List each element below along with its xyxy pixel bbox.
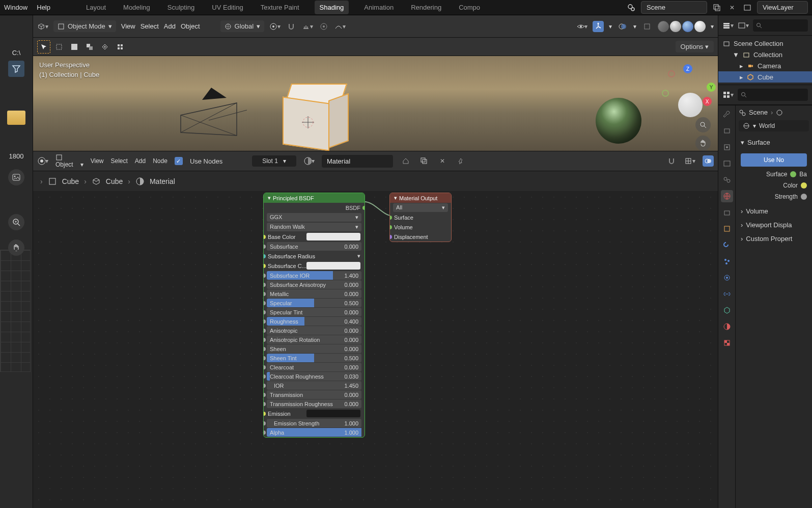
input-sheen-tint[interactable]: Sheen Tint0.500 [267, 354, 361, 362]
tree-collection[interactable]: ▼ Collection [718, 49, 812, 60]
prop-color-row[interactable]: Color [741, 180, 807, 191]
view-layer-input[interactable] [757, 1, 808, 14]
node-principled-bsdf[interactable]: ▾ Principled BSDF BSDF GGX▾ Random Walk▾… [263, 193, 365, 438]
vp-menu-add[interactable]: Add [164, 22, 176, 30]
material-browse-icon[interactable]: ▾ [303, 155, 315, 167]
falloff-icon[interactable]: ▾ [334, 21, 346, 32]
node-header[interactable]: ▾ Material Output [390, 193, 451, 203]
tab-modeling[interactable]: Modeling [121, 1, 152, 14]
scene-browse-icon[interactable] [626, 2, 637, 13]
input-specular-tint[interactable]: Specular Tint0.000 [267, 308, 361, 316]
input-sss-ior[interactable]: Subsurface IOR1.400 [267, 271, 361, 280]
ptab-collection[interactable] [721, 206, 733, 219]
input-aniso-rotation[interactable]: Anisotropic Rotation0.000 [267, 335, 361, 344]
input-sss-color[interactable]: Subsurface C... [264, 261, 365, 271]
node-menu-add[interactable]: Add [135, 157, 146, 165]
input-sheen[interactable]: Sheen0.000 [267, 344, 361, 353]
shading-mode-buttons[interactable] [658, 21, 706, 32]
nav-pan-icon[interactable] [695, 136, 711, 151]
tab-texture-paint[interactable]: Texture Paint [259, 1, 301, 14]
node-snap-type-icon[interactable]: ▾ [684, 155, 695, 167]
select-tool-circle[interactable] [68, 40, 81, 54]
select-tool-tweak[interactable] [37, 40, 50, 54]
tab-animation[interactable]: Animation [362, 1, 396, 14]
ptab-texture[interactable] [721, 337, 733, 349]
props-display-icon[interactable]: ▾ [722, 89, 734, 100]
tree-camera[interactable]: ▸ Camera [718, 60, 812, 71]
ptab-world[interactable] [721, 190, 733, 202]
folder-icon[interactable] [7, 111, 25, 125]
tree-scene-collection[interactable]: Scene Collection [718, 38, 812, 49]
overlays-icon[interactable] [617, 21, 628, 32]
input-metallic[interactable]: Metallic0.000 [267, 289, 361, 298]
tree-cube[interactable]: ▸ Cube [718, 71, 812, 83]
input-ior[interactable]: IOR1.450 [267, 381, 361, 390]
panel-surface[interactable]: ▾ Surface [739, 136, 809, 149]
ptab-physics[interactable] [721, 272, 733, 284]
use-nodes-button[interactable]: Use No [741, 153, 807, 167]
camera-object[interactable] [176, 85, 277, 146]
zoom-in-icon[interactable] [8, 214, 24, 230]
vp-menu-select[interactable]: Select [141, 22, 159, 30]
ptab-constraints[interactable] [721, 288, 733, 300]
ptab-material[interactable] [721, 320, 733, 333]
ptab-object[interactable] [721, 223, 733, 235]
nav-zoom-icon[interactable] [695, 117, 711, 132]
viewport-options-button[interactable]: Options ▾ [676, 41, 714, 52]
select-tool-5[interactable] [114, 40, 127, 54]
delete-scene-icon[interactable]: ✕ [726, 2, 738, 13]
outliner-mode-icon[interactable]: ▾ [738, 20, 749, 31]
scene-name-input[interactable] [641, 1, 707, 14]
input-cc-roughness[interactable]: Clearcoat Roughness0.030 [267, 372, 361, 381]
input-emission-strength[interactable]: Emission Strength1.000 [267, 419, 361, 427]
tab-uv-editing[interactable]: UV Editing [210, 1, 245, 14]
use-nodes-checkbox[interactable]: ✓ [175, 157, 183, 165]
breadcrumb-mesh[interactable]: Cube [106, 177, 123, 185]
node-mode-dropdown[interactable]: Object▾ [55, 154, 83, 168]
pin-icon[interactable] [455, 155, 466, 167]
mode-dropdown[interactable]: Object Mode ▾ [53, 20, 116, 32]
node-menu-node[interactable]: Node [153, 157, 167, 165]
3d-viewport[interactable]: User Perspective (1) Collection | Cube [33, 56, 718, 151]
ptab-scene[interactable] [721, 174, 733, 186]
snap-icon[interactable] [286, 21, 297, 32]
ptab-tool[interactable] [721, 109, 733, 121]
unlink-material-icon[interactable]: ✕ [437, 155, 448, 167]
input-sss-radius[interactable]: Subsurface Radius▾ [264, 251, 365, 261]
ptab-render[interactable] [721, 125, 733, 137]
props-search[interactable] [738, 89, 808, 101]
select-tool-lasso[interactable] [83, 40, 96, 54]
input-subsurface[interactable]: Subsurface0.000 [267, 242, 361, 251]
input-trans-roughness[interactable]: Transmission Roughness0.000 [267, 399, 361, 408]
ptab-data[interactable] [721, 304, 733, 316]
vp-menu-view[interactable]: View [121, 22, 135, 30]
proportional-icon[interactable] [318, 21, 329, 32]
vp-menu-object[interactable]: Object [181, 22, 200, 30]
visibility-icon[interactable]: ▾ [576, 21, 587, 32]
node-header[interactable]: ▾ Principled BSDF [264, 193, 365, 203]
tab-shading[interactable]: Shading [315, 1, 349, 14]
ptab-output[interactable] [721, 141, 733, 153]
menu-help[interactable]: Help [37, 4, 50, 11]
material-name-input[interactable] [322, 155, 393, 168]
breadcrumb-material[interactable]: Material [150, 177, 175, 185]
node-material-output[interactable]: ▾ Material Output All▾ Surface Volume Di… [389, 193, 452, 242]
ptab-viewlayer[interactable] [721, 157, 733, 170]
crumb-scene[interactable]: Scene [749, 109, 768, 116]
fake-user-icon[interactable] [400, 155, 411, 167]
prop-strength-row[interactable]: Strength [741, 191, 807, 202]
prop-surface-row[interactable]: Surface Ba [741, 169, 807, 180]
editor-type-icon[interactable]: ▾ [37, 21, 48, 32]
new-scene-icon[interactable] [711, 2, 722, 13]
input-emission[interactable]: Emission [264, 409, 365, 418]
node-snap-icon[interactable] [666, 155, 677, 167]
input-roughness[interactable]: Roughness0.400 [267, 317, 361, 326]
distribution-dropdown[interactable]: GGX▾ [267, 213, 361, 222]
tab-rendering[interactable]: Rendering [409, 1, 443, 14]
panel-volume[interactable]: › Volume [739, 204, 809, 218]
input-clearcoat[interactable]: Clearcoat0.000 [267, 363, 361, 371]
new-material-icon[interactable] [418, 155, 430, 167]
node-editor-type-icon[interactable]: ▾ [37, 155, 48, 167]
ptab-particles[interactable] [721, 255, 733, 268]
orientation-dropdown[interactable]: Global▾ [220, 20, 265, 32]
